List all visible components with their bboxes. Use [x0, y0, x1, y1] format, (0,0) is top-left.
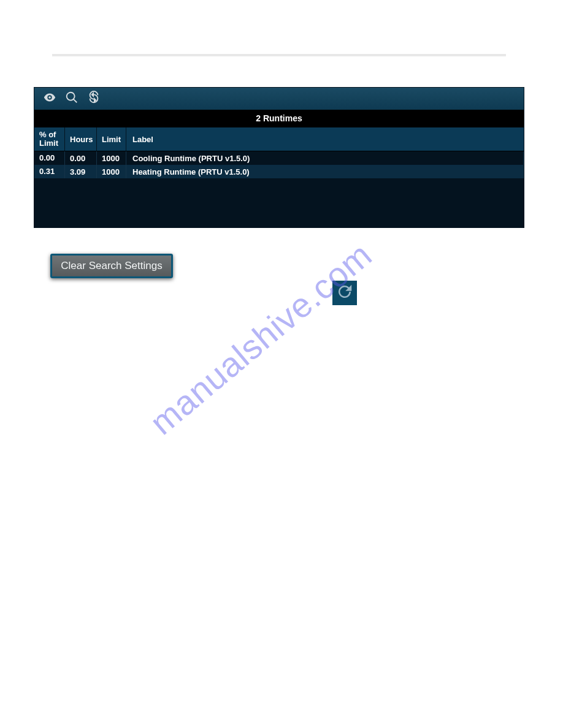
table-body: 0.00 0.00 1000 Cooling Runtime (PRTU v1.…: [34, 151, 524, 178]
runtimes-panel: 2 Runtimes % of Limit Hours Limit Label …: [34, 87, 524, 228]
cell-hours: 0.00: [65, 151, 97, 165]
watermark: manualshive.com: [142, 235, 380, 443]
cell-limit: 1000: [97, 165, 126, 178]
col-header-pct[interactable]: % of Limit: [34, 127, 65, 151]
panel-empty-space: [34, 178, 524, 227]
divider: [52, 54, 506, 56]
refresh-button[interactable]: [332, 281, 357, 305]
col-header-label[interactable]: Label: [126, 127, 524, 151]
refresh-icon[interactable]: [87, 91, 101, 107]
cell-label: Heating Runtime (PRTU v1.5.0): [126, 165, 524, 178]
cell-pct: 0.31: [34, 165, 65, 178]
cell-hours: 3.09: [65, 165, 97, 178]
eye-icon[interactable]: [43, 91, 56, 107]
cell-limit: 1000: [97, 151, 126, 165]
table-header: % of Limit Hours Limit Label: [34, 127, 524, 151]
table-row[interactable]: 0.31 3.09 1000 Heating Runtime (PRTU v1.…: [34, 165, 524, 178]
panel-toolbar: [34, 88, 524, 110]
clear-search-settings-button[interactable]: Clear Search Settings: [50, 254, 173, 278]
col-header-hours[interactable]: Hours: [65, 127, 97, 151]
cell-pct: 0.00: [34, 151, 65, 165]
col-header-limit[interactable]: Limit: [97, 127, 126, 151]
refresh-icon: [335, 282, 354, 303]
panel-title: 2 Runtimes: [34, 110, 524, 127]
table-row[interactable]: 0.00 0.00 1000 Cooling Runtime (PRTU v1.…: [34, 151, 524, 165]
search-icon[interactable]: [65, 91, 79, 107]
cell-label: Cooling Runtime (PRTU v1.5.0): [126, 151, 524, 165]
